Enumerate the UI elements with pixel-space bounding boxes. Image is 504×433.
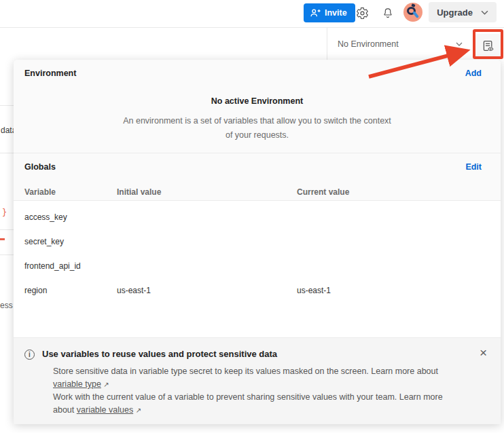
column-header-variable: Variable [24,187,117,197]
globals-table-header: Variable Initial value Current value [14,182,501,202]
table-row[interactable]: secret_key [14,229,501,254]
environment-section-title: Environment [24,69,76,78]
variable-current-value: us-east-1 [297,286,490,295]
top-bar: Invite Upgrade [0,0,504,28]
variables-info-banner: i Use variables to reuse values and prot… [14,337,501,424]
globals-section-header: Globals Edit [14,153,501,181]
banner-body: Store sensitive data in variable type se… [53,365,487,417]
column-header-current-value: Current value [297,187,490,197]
background-content-sliver: data } ess [0,60,14,433]
settings-button[interactable] [353,4,371,22]
variable-name: secret_key [24,237,117,246]
variable-initial-value: us-east-1 [117,286,297,295]
notifications-button[interactable] [379,4,397,22]
external-link-icon: ↗ [136,407,141,414]
banner-text: about [53,405,77,415]
divider [0,105,14,106]
invite-button-label: Invite [325,8,347,18]
invite-button[interactable]: Invite [304,3,355,22]
globals-section: Globals Edit Variable Initial value Curr… [14,153,501,202]
banner-paragraph: Store sensitive data in variable type se… [53,365,487,391]
divider [0,229,14,230]
table-row[interactable]: region us-east-1 us-east-1 [14,278,501,303]
avatar-pencil [412,11,419,18]
bell-icon [382,7,394,20]
background-red-fragment [0,238,5,240]
variable-name: region [24,286,117,295]
environment-quick-look-button[interactable] [475,34,501,58]
empty-state-title: No active Environment [14,96,501,106]
vertical-divider [327,28,327,60]
divider [0,153,14,153]
table-row[interactable]: frontend_api_id [14,254,501,278]
column-header-initial-value: Initial value [117,187,297,197]
user-avatar[interactable] [403,3,422,22]
environment-quick-look-panel: Environment Add No active Environment An… [14,60,501,424]
banner-header: i Use variables to reuse values and prot… [24,349,487,360]
globals-table-rows: access_key secret_key frontend_api_id re… [14,201,501,303]
upgrade-button-label: Upgrade [437,7,473,18]
gear-icon [356,7,369,20]
variable-name: frontend_api_id [24,261,117,271]
no-environment-empty-state: No active Environment An environment is … [14,96,501,143]
banner-text: Work with the current value of a variabl… [53,392,443,402]
environment-quick-look-icon [482,39,495,53]
background-text-fragment: ess [0,301,13,310]
chevron-down-icon [456,42,463,46]
variable-name: access_key [24,212,117,222]
info-icon: i [24,350,35,360]
banner-title: Use variables to reuse values and protec… [42,349,480,359]
variable-values-link[interactable]: variable values [77,405,133,415]
variable-type-link[interactable]: variable type [53,379,101,389]
divider [0,255,14,255]
environment-section: Environment Add No active Environment An… [14,60,501,201]
close-icon[interactable]: × [480,347,487,358]
upgrade-button[interactable]: Upgrade [429,2,497,22]
environment-selector-value: No Environment [338,39,399,49]
edit-globals-link[interactable]: Edit [465,162,482,172]
banner-text: Store sensitive data in variable type se… [53,366,438,376]
add-environment-link[interactable]: Add [465,69,482,78]
environment-section-header: Environment Add [14,60,501,87]
invite-user-icon [310,8,321,18]
banner-paragraph: Work with the current value of a variabl… [53,391,487,417]
globals-section-title: Globals [24,162,56,172]
empty-state-description: An environment is a set of variables tha… [122,114,393,143]
chevron-down-icon [481,10,488,15]
external-link-icon: ↗ [103,381,109,388]
environment-bar: No Environment [0,28,504,60]
environment-selector[interactable]: No Environment [332,33,468,54]
background-code-fragment: } [2,208,7,217]
table-row[interactable]: access_key [14,205,501,229]
